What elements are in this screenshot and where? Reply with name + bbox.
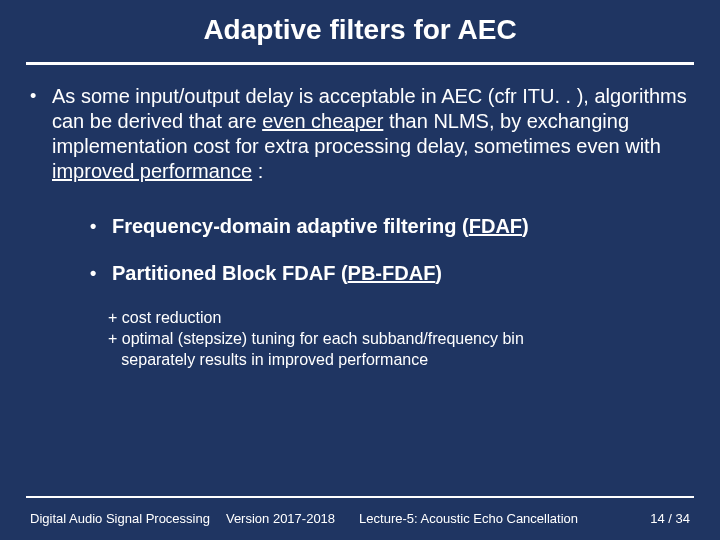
note-line: + cost reduction	[108, 308, 690, 329]
bullet-icon: •	[90, 261, 112, 286]
text-segment: Partitioned Block FDAF (	[112, 262, 348, 284]
text-underline: FDAF	[469, 215, 522, 237]
divider-top	[26, 62, 694, 65]
text-segment: )	[522, 215, 529, 237]
sub-bullet-text: Partitioned Block FDAF (PB-FDAF)	[112, 261, 442, 286]
text-segment: )	[435, 262, 442, 284]
bullet-icon: •	[90, 214, 112, 239]
footer-lecture: Lecture-5: Acoustic Echo Cancellation	[359, 511, 578, 526]
divider-bottom	[26, 496, 694, 498]
bullet-icon: •	[30, 84, 52, 184]
note-line: + optimal (stepsize) tuning for each sub…	[108, 329, 690, 350]
main-bullet: • As some input/output delay is acceptab…	[30, 84, 690, 184]
text-underline: improved performance	[52, 160, 252, 182]
footer-page-number: 14 / 34	[650, 511, 690, 526]
sub-bullet-item: • Partitioned Block FDAF (PB-FDAF)	[90, 261, 690, 286]
note-line: separately results in improved performan…	[108, 350, 690, 371]
footer-course: Digital Audio Signal Processing	[30, 511, 210, 526]
footer: Digital Audio Signal Processing Version …	[30, 511, 690, 526]
sub-bullet-list: • Frequency-domain adaptive filtering (F…	[90, 214, 690, 286]
slide-title: Adaptive filters for AEC	[0, 0, 720, 46]
main-paragraph: As some input/output delay is acceptable…	[52, 84, 690, 184]
text-underline: even cheaper	[262, 110, 383, 132]
slide-body: • As some input/output delay is acceptab…	[30, 84, 690, 370]
text-underline: PB-FDAF	[348, 262, 436, 284]
text-segment: :	[252, 160, 263, 182]
slide: Adaptive filters for AEC • As some input…	[0, 0, 720, 540]
footer-version: Version 2017-2018	[226, 511, 335, 526]
sub-bullet-item: • Frequency-domain adaptive filtering (F…	[90, 214, 690, 239]
text-segment: Frequency-domain adaptive filtering (	[112, 215, 469, 237]
notes-block: + cost reduction + optimal (stepsize) tu…	[108, 308, 690, 370]
sub-bullet-text: Frequency-domain adaptive filtering (FDA…	[112, 214, 529, 239]
